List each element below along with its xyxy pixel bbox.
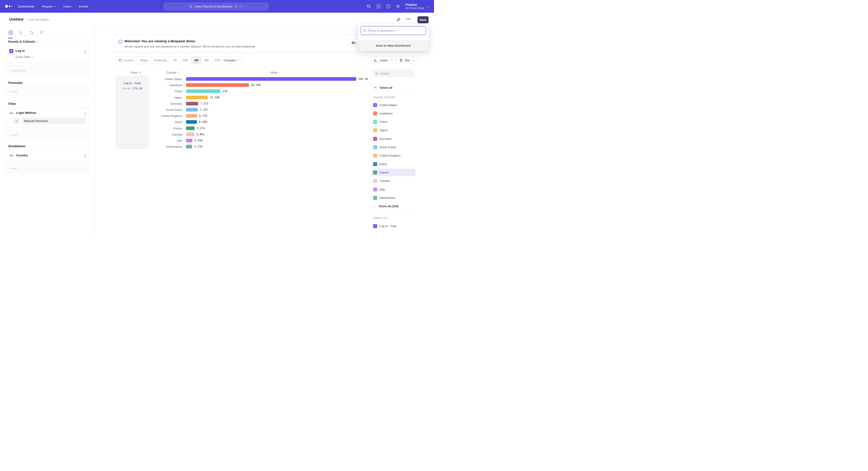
bar-germany[interactable]	[186, 102, 198, 106]
legend-row-united-kingdom[interactable]: ✓United Kingdom	[371, 152, 416, 159]
legend-checkbox-italy[interactable]: ✓	[373, 187, 377, 192]
legend-checkbox-germany[interactable]: ✓	[373, 137, 377, 141]
range-button-today[interactable]: Today	[137, 57, 151, 64]
bar-united-kingdom[interactable]	[186, 114, 197, 118]
tab-funnels-icon[interactable]	[18, 30, 24, 35]
nav-item-reports[interactable]: Reports	[38, 0, 59, 13]
legend-row-japan[interactable]: ✓Japan	[371, 126, 416, 134]
legend-row-netherlands[interactable]: ✓Netherlands	[371, 194, 416, 202]
compare-button[interactable]: Compare	[220, 56, 242, 64]
legend-checkbox-canada[interactable]: ✓	[373, 179, 377, 183]
range-button-3m[interactable]: 3M	[191, 57, 202, 64]
legend-checkbox-undefined[interactable]: ✓	[373, 112, 377, 115]
legend-checkbox-france[interactable]: ✓	[373, 171, 377, 174]
legend-checkbox-japan[interactable]: ✓	[373, 128, 377, 132]
legend-row-undefined[interactable]: ✓undefined	[371, 110, 416, 117]
add-description-button[interactable]: + Add description...	[26, 18, 52, 21]
select-all-row[interactable]: Select all	[371, 84, 416, 91]
bar-undefined[interactable]	[186, 83, 249, 87]
metric-aggregation-dropdown[interactable]: Count Total	[16, 55, 33, 59]
bar-south-korea[interactable]	[186, 108, 198, 112]
legend-row-germany[interactable]: ✓Germany	[371, 135, 416, 143]
add-filter-button[interactable]: + Add	[5, 130, 89, 140]
filter-operator-chip[interactable]: =	[13, 118, 20, 124]
bar-category-label: Netherlands	[127, 145, 182, 148]
metric-name[interactable]: Log In	[16, 49, 25, 53]
show-all-button[interactable]: Show all (184)	[371, 202, 416, 210]
bar-brazil[interactable]	[186, 120, 197, 124]
select-all-checkbox-indeterminate[interactable]	[373, 86, 377, 90]
events-cohorts-header[interactable]: Events & Cohorts	[8, 40, 38, 43]
range-button-30d[interactable]: 30D	[180, 57, 191, 64]
nav-item-users[interactable]: Users	[59, 0, 75, 13]
add-metric-button[interactable]: + Add Metric	[5, 66, 89, 76]
legend-row-united-states[interactable]: ✓United States	[371, 101, 416, 109]
chart-scale-button[interactable]: Linear	[371, 56, 396, 64]
legend-row-france[interactable]: ✓France	[371, 169, 416, 176]
bar-canada[interactable]	[186, 133, 194, 136]
bar-france[interactable]	[186, 126, 195, 130]
breakdown-kebab-icon[interactable]	[85, 154, 86, 159]
tab-flows-icon[interactable]	[29, 30, 34, 35]
range-button-7d[interactable]: 7D	[170, 57, 180, 64]
filter-value-input[interactable]: Manual Password	[22, 118, 86, 124]
breakdown-property-name[interactable]: Country	[16, 154, 28, 157]
settings-gear-icon[interactable]: ⚙	[396, 4, 400, 8]
add-formula-button[interactable]: + Add	[5, 86, 89, 96]
copy-link-icon[interactable]	[396, 18, 401, 22]
project-selector[interactable]: Finance All Project Data	[405, 3, 429, 10]
save-dashboard-search-input[interactable]: Save to dashboard...	[361, 26, 426, 35]
metric-card[interactable]: A Log In Count Total	[5, 46, 89, 63]
event-checkbox-checked[interactable]: ✓	[373, 224, 377, 228]
legend-row-canada[interactable]: ✓Canada	[371, 177, 416, 185]
apps-grid-icon[interactable]	[376, 4, 381, 8]
help-icon[interactable]: ?	[386, 4, 391, 8]
nav-item-dashboards[interactable]: Dashboards	[14, 0, 38, 13]
legend-country-label: Japan	[379, 128, 388, 132]
range-button-6m[interactable]: 6M	[202, 57, 212, 64]
data-management-icon[interactable]	[366, 4, 371, 8]
tab-retention-icon[interactable]	[39, 30, 44, 35]
nav-item-events[interactable]: Events	[75, 0, 92, 13]
bar-category-label: South Korea	[127, 108, 182, 112]
legend-checkbox-south-korea[interactable]: ✓	[373, 145, 377, 149]
filter-card[interactable]: Aa Login Method = Manual Password	[5, 108, 89, 127]
range-button-custom[interactable]: Custom	[116, 57, 137, 64]
breakdown-header: Breakdown	[8, 144, 25, 148]
breakdown-column-header[interactable]: Country	[166, 71, 179, 74]
chart-row-canada: Canada5,061	[127, 131, 370, 138]
range-button-yesterday[interactable]: Yesterday	[151, 57, 170, 64]
filter-property-name[interactable]: Login Method	[16, 111, 36, 115]
legend-row-china[interactable]: ✓China	[371, 118, 416, 126]
legend-row-italy[interactable]: ✓Italy	[371, 185, 416, 193]
event-column-header[interactable]: Event	[130, 71, 141, 74]
legend-checkbox-china[interactable]: ✓	[373, 120, 377, 124]
report-title[interactable]: Untitled	[9, 17, 23, 22]
bar-japan[interactable]	[186, 96, 208, 99]
mixpanel-logo-icon[interactable]	[5, 5, 14, 8]
legend-checkbox-brazil[interactable]: ✓	[373, 162, 377, 166]
save-button[interactable]: Save	[417, 16, 429, 23]
bar-china[interactable]	[186, 89, 220, 93]
bar-netherlands[interactable]	[186, 145, 192, 148]
legend-search-input[interactable]: Search	[373, 70, 414, 77]
legend-checkbox-united-kingdom[interactable]: ✓	[373, 154, 377, 157]
event-legend-row[interactable]: ✓ Log In - Total	[371, 222, 416, 230]
legend-checkbox-united-states[interactable]: ✓	[373, 103, 377, 107]
bar-category-label: United Kingdom	[127, 114, 182, 118]
add-breakdown-button[interactable]: + Add	[5, 163, 89, 173]
chart-type-button[interactable]: Bar	[397, 56, 417, 64]
value-column-header[interactable]: Value	[270, 71, 280, 74]
global-search-input[interactable]: Open Reports & Dashboards ⌘ + K	[164, 3, 268, 10]
legend-checkbox-netherlands[interactable]: ✓	[373, 196, 377, 200]
metric-kebab-icon[interactable]	[85, 49, 86, 54]
legend-row-brazil[interactable]: ✓Brazil	[371, 160, 416, 168]
bar-italy[interactable]	[186, 139, 192, 142]
breakdown-card[interactable]: Aa Country	[5, 150, 89, 161]
bar-united-states[interactable]	[186, 77, 356, 81]
tab-insights-icon[interactable]	[8, 30, 13, 35]
filter-kebab-icon[interactable]	[85, 112, 86, 116]
more-options-icon[interactable]	[406, 19, 410, 20]
save-to-new-dashboard-button[interactable]: Save to New Dashboard	[358, 40, 429, 51]
legend-row-south-korea[interactable]: ✓South Korea	[371, 143, 416, 151]
